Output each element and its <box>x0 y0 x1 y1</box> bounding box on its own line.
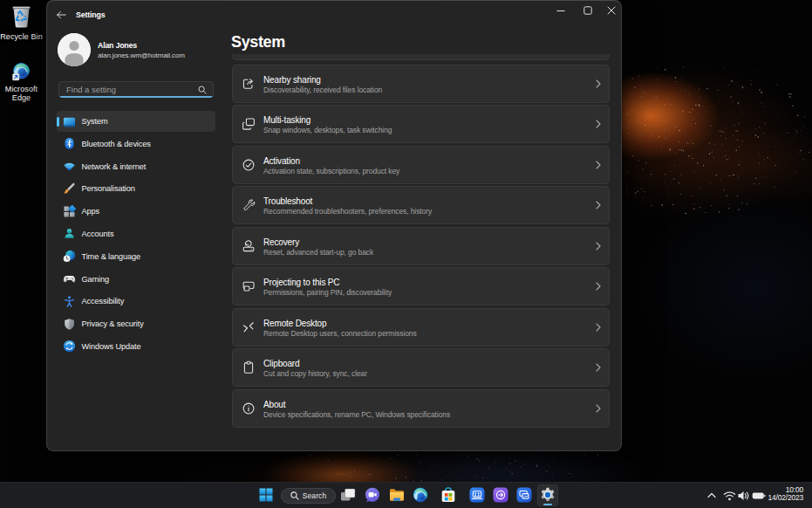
sidebar-item-gaming[interactable]: Gaming <box>57 269 215 290</box>
card-text: Recovery Reset, advanced start-up, go ba… <box>263 237 373 257</box>
profile-name: Alan Jones <box>98 41 137 50</box>
card-clipboard[interactable]: Clipboard Cut and copy history, sync, cl… <box>232 348 610 387</box>
sidebar-item-network[interactable]: Network & internet <box>57 156 215 177</box>
store-icon <box>441 487 456 503</box>
file-explorer-icon <box>389 488 405 502</box>
card-projecting[interactable]: Projecting to this PC Permissions, pairi… <box>232 267 610 305</box>
card-title: Nearby sharing <box>263 74 382 86</box>
sidebar-item-personalisation[interactable]: Personalisation <box>57 178 215 199</box>
recycle-bin-icon <box>10 17 33 31</box>
back-button[interactable] <box>51 4 72 25</box>
speaker-icon <box>737 489 750 503</box>
edge-taskbar-button[interactable] <box>413 487 428 503</box>
sidebar-item-bluetooth[interactable]: Bluetooth & devices <box>57 134 215 154</box>
profile[interactable]: Alan Jones alan.jones.wm@hotmail.com <box>57 33 215 66</box>
card-subtitle: Snap windows, desktops, task switching <box>263 126 392 135</box>
card-title: Multi-tasking <box>263 114 392 126</box>
search-input[interactable] <box>59 82 213 97</box>
tray-network-button[interactable] <box>723 489 736 503</box>
card-subtitle: Discoverability, received files location <box>263 86 382 95</box>
todo-app-button[interactable] <box>493 487 508 503</box>
screens-app-button[interactable] <box>516 487 532 503</box>
taskbar: Search <box>0 482 812 508</box>
sidebar-item-time[interactable]: Time & language <box>57 246 215 267</box>
sidebar-item-label: Gaming <box>82 275 110 284</box>
search-box[interactable] <box>58 81 214 98</box>
recovery-icon <box>242 239 256 253</box>
tray-volume-button[interactable] <box>737 489 750 503</box>
sidebar-item-update[interactable]: Windows Update <box>57 336 215 357</box>
main-content: System Nearby sharing Discoverability, r… <box>230 1 610 450</box>
back-arrow-icon <box>57 10 66 19</box>
card-troubleshoot[interactable]: Troubleshoot Recommended troubleshooters… <box>232 186 610 224</box>
accessibility-icon <box>63 295 76 308</box>
tray-clock[interactable]: 10:00 14/02/2023 <box>768 486 803 504</box>
card-subtitle: Remote Desktop users, connection permiss… <box>263 329 417 339</box>
settings-taskbar-button[interactable] <box>540 487 556 503</box>
card-text: Nearby sharing Discoverability, received… <box>263 74 382 95</box>
card-text: Troubleshoot Recommended troubleshooters… <box>263 196 432 216</box>
sidebar-item-system[interactable]: System <box>57 111 215 132</box>
card-title: Activation <box>263 155 399 167</box>
card-about[interactable]: About Device specifications, rename PC, … <box>232 389 610 428</box>
selected-indicator-pill <box>57 117 59 127</box>
card-subtitle: Permissions, pairing PIN, discoverabilit… <box>263 288 392 298</box>
card-title: Recovery <box>263 237 373 248</box>
profile-email: alan.jones.wm@hotmail.com <box>98 51 185 59</box>
accounts-icon <box>63 227 76 240</box>
taskbar-search-icon <box>290 491 299 500</box>
card-share[interactable]: Nearby sharing Discoverability, received… <box>232 65 610 103</box>
about-icon <box>242 402 256 415</box>
sidebar-item-accessibility[interactable]: Accessibility <box>57 291 215 312</box>
card-recovery[interactable]: Recovery Reset, advanced start-up, go ba… <box>232 227 610 265</box>
sidebar-item-accounts[interactable]: Accounts <box>57 223 215 244</box>
avatar <box>58 33 91 66</box>
task-view-icon <box>341 489 356 502</box>
tray-show-hidden-button[interactable] <box>706 489 718 503</box>
card-text: Remote Desktop Remote Desktop users, con… <box>263 318 417 339</box>
remote-icon <box>242 320 256 334</box>
settings-gear-icon <box>540 487 556 503</box>
activation-icon <box>242 158 256 172</box>
task-view-button[interactable] <box>341 489 356 502</box>
clock-date: 14/02/2023 <box>768 494 803 503</box>
file-explorer-button[interactable] <box>389 488 405 502</box>
card-subtitle: Device specifications, rename PC, Window… <box>263 410 450 420</box>
tray-battery-button[interactable] <box>752 489 766 503</box>
sidebar-item-apps[interactable]: Apps <box>57 201 215 222</box>
office-app-icon <box>469 487 485 503</box>
todo-app-icon <box>493 487 508 503</box>
chevron-right-icon <box>596 161 601 169</box>
card-title: Clipboard <box>263 358 367 369</box>
sidebar-item-privacy[interactable]: Privacy & security <box>57 313 215 334</box>
card-title: Troubleshoot <box>263 196 432 207</box>
sidebar-nav: System Bluetooth & devices Network & int… <box>57 111 215 359</box>
chat-button[interactable] <box>365 487 380 503</box>
store-button[interactable] <box>441 487 456 503</box>
card-text: About Device specifications, rename PC, … <box>263 399 450 420</box>
privacy-icon <box>63 318 76 331</box>
office-app-button[interactable] <box>469 487 485 503</box>
card-remote[interactable]: Remote Desktop Remote Desktop users, con… <box>232 308 610 347</box>
gaming-icon <box>63 272 76 285</box>
search-icon <box>198 86 207 94</box>
chevron-right-icon <box>596 201 601 209</box>
card-subtitle: Reset, advanced start-up, go back <box>263 248 373 257</box>
sidebar-item-label: Bluetooth & devices <box>82 140 151 148</box>
desktop-icon-recycle-bin[interactable]: Recycle Bin <box>0 3 43 42</box>
card-multitask[interactable]: Multi-tasking Snap windows, desktops, ta… <box>232 105 610 143</box>
card-subtitle: Cut and copy history, sync, clear <box>263 369 367 379</box>
start-button[interactable] <box>259 488 273 502</box>
network-icon <box>63 160 76 173</box>
taskbar-search[interactable]: Search <box>281 488 336 504</box>
battery-icon <box>752 489 766 503</box>
sidebar-item-label: Windows Update <box>82 342 141 351</box>
card-activation[interactable]: Activation Activation state, subscriptio… <box>232 146 610 184</box>
sidebar-item-label: Network & internet <box>82 162 147 171</box>
sidebar-item-label: Accounts <box>82 230 114 238</box>
screens-app-icon <box>516 487 532 503</box>
desktop-icon-edge[interactable]: Microsoft Edge <box>0 62 43 103</box>
projecting-icon <box>242 279 256 293</box>
recycle-bin-label: Recycle Bin <box>0 32 43 42</box>
chevron-right-icon <box>596 323 601 332</box>
